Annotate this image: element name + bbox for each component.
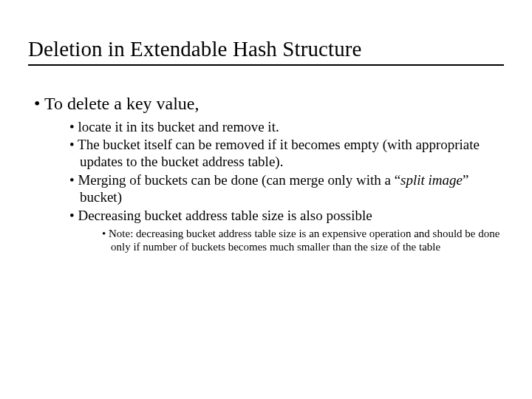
- bullet-text: Note: decreasing bucket address table si…: [109, 228, 499, 253]
- bullet-text: locate it in its bucket and remove it.: [78, 119, 279, 134]
- slide: Deletion in Extendable Hash Structure To…: [0, 0, 532, 399]
- bullet-text: The bucket itself can be removed if it b…: [78, 137, 480, 169]
- bullet-list-level2: locate it in its bucket and remove it. T…: [46, 115, 504, 254]
- bullet-item: Decreasing bucket address table size is …: [69, 208, 504, 254]
- emphasized-text: split image: [400, 172, 463, 188]
- slide-title: Deletion in Extendable Hash Structure: [28, 37, 504, 61]
- bullet-item: Merging of buckets can be done (can merg…: [69, 172, 504, 206]
- slide-body: To delete a key value, locate it in its …: [28, 66, 504, 253]
- bullet-list-level3: Note: decreasing bucket address table si…: [80, 224, 504, 253]
- bullet-text: Decreasing bucket address table size is …: [78, 208, 372, 223]
- bullet-item: locate it in its bucket and remove it.: [69, 119, 504, 136]
- bullet-item: The bucket itself can be removed if it b…: [69, 137, 504, 171]
- bullet-item: To delete a key value, locate it in its …: [34, 94, 504, 253]
- bullet-text: To delete a key value,: [44, 94, 200, 113]
- bullet-text: Merging of buckets can be done (can merg…: [78, 172, 400, 188]
- bullet-list-level1: To delete a key value, locate it in its …: [34, 94, 504, 253]
- bullet-item: Note: decreasing bucket address table si…: [102, 227, 504, 253]
